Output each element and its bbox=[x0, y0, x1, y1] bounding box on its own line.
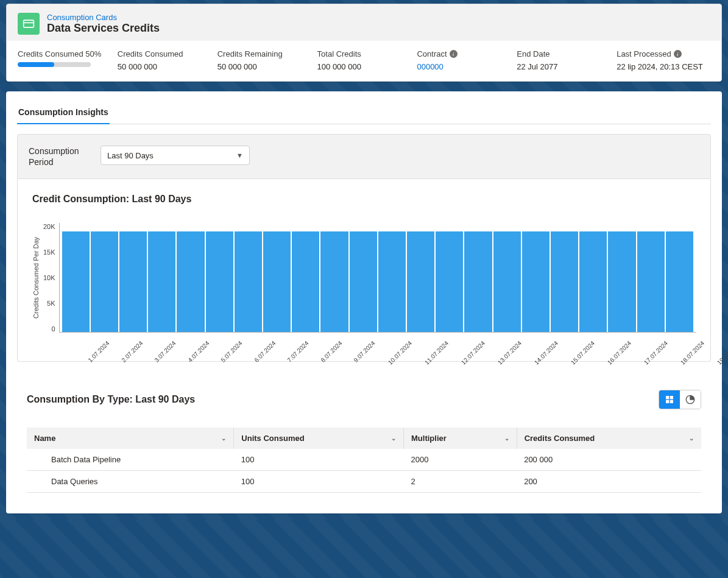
table-cell: Batch Data Pipeline bbox=[27, 449, 234, 471]
chart-bar[interactable] bbox=[407, 231, 434, 333]
metric-label: Last Processed i bbox=[617, 49, 710, 58]
page-title: Data Services Credits bbox=[47, 22, 160, 35]
chart-bar[interactable] bbox=[263, 231, 291, 333]
tabs: Consumption Insights bbox=[17, 102, 711, 124]
column-header[interactable]: Units Consumed⌄ bbox=[234, 428, 404, 449]
chart-bar[interactable] bbox=[119, 231, 147, 333]
metric-label: Contract i bbox=[417, 49, 511, 58]
metric-value: 22 Jul 2077 bbox=[517, 62, 610, 71]
contract-link[interactable]: 000000 bbox=[417, 62, 511, 71]
svg-rect-4 bbox=[666, 400, 669, 403]
metric-label: Credits Consumed 50% bbox=[18, 49, 111, 58]
table-cell: 2 bbox=[404, 471, 517, 493]
chart-bar[interactable] bbox=[551, 231, 578, 333]
svg-rect-3 bbox=[670, 396, 673, 399]
table-cell: 100 bbox=[234, 449, 404, 471]
table-icon bbox=[665, 395, 674, 404]
tab-consumption-insights[interactable]: Consumption Insights bbox=[17, 102, 110, 124]
main-card: Consumption Insights Consumption Period … bbox=[6, 91, 722, 513]
table-cell: Data Queries bbox=[27, 471, 234, 493]
chart-xticks: 1.07.20242.07.20243.07.20244.07.20245.07… bbox=[75, 333, 696, 343]
chart-bar[interactable] bbox=[579, 231, 607, 333]
card-icon bbox=[18, 13, 40, 35]
metric-value: 50 000 000 bbox=[217, 62, 311, 71]
progress-bar bbox=[18, 62, 91, 67]
breadcrumb-link[interactable]: Consumption Cards bbox=[47, 13, 160, 22]
table-cell: 100 bbox=[234, 471, 404, 493]
chart-bar[interactable] bbox=[148, 231, 175, 333]
table-row[interactable]: Batch Data Pipeline1002000200 000 bbox=[27, 449, 701, 471]
sort-icon: ⌄ bbox=[221, 435, 226, 442]
chart-yticks: 20K15K10K5K0 bbox=[40, 223, 59, 333]
chart-bar[interactable] bbox=[608, 231, 635, 333]
sort-icon: ⌄ bbox=[504, 435, 509, 442]
chart-bar[interactable] bbox=[235, 231, 262, 333]
chart-bar[interactable] bbox=[350, 231, 377, 333]
period-select[interactable]: Last 90 Days ▼ bbox=[101, 146, 250, 165]
svg-rect-0 bbox=[24, 20, 34, 27]
sort-icon: ⌄ bbox=[391, 435, 396, 442]
metric-label: Credits Consumed bbox=[118, 49, 211, 58]
chart-bar[interactable] bbox=[292, 231, 319, 333]
column-header[interactable]: Credits Consumed⌄ bbox=[517, 428, 701, 449]
section-title: Consumption By Type: Last 90 Days bbox=[27, 394, 195, 405]
chart-plot bbox=[59, 223, 696, 333]
table-cell: 200 000 bbox=[517, 449, 701, 471]
chart-bar[interactable] bbox=[464, 231, 492, 333]
chart-bar[interactable] bbox=[493, 231, 521, 333]
column-header[interactable]: Multiplier⌄ bbox=[404, 428, 517, 449]
chart-ylabel: Credits Consumed Per Day bbox=[32, 237, 40, 319]
metric-contract: Contract i 000000 bbox=[417, 49, 511, 71]
bytype-table: Name⌄Units Consumed⌄Multiplier⌄Credits C… bbox=[27, 428, 701, 493]
metric-label: Credits Remaining bbox=[217, 49, 311, 58]
select-value: Last 90 Days bbox=[107, 151, 154, 160]
chart-bar[interactable] bbox=[177, 231, 204, 333]
chart-bar[interactable] bbox=[378, 231, 406, 333]
metric-consumed-pct: Credits Consumed 50% bbox=[18, 49, 111, 71]
chart-title: Credit Consumption: Last 90 Days bbox=[32, 194, 696, 205]
chart-view-button[interactable] bbox=[680, 390, 701, 409]
chevron-down-icon: ▼ bbox=[236, 152, 243, 159]
chart-bar[interactable] bbox=[320, 231, 348, 333]
metric-remaining: Credits Remaining 50 000 000 bbox=[217, 49, 311, 71]
chart-bar[interactable] bbox=[666, 231, 693, 333]
chart-bar[interactable] bbox=[91, 231, 118, 333]
metric-consumed: Credits Consumed 50 000 000 bbox=[118, 49, 211, 71]
filter-label: Consumption Period bbox=[29, 146, 90, 167]
table-row[interactable]: Data Queries1002200 bbox=[27, 471, 701, 493]
metric-label: Total Credits bbox=[317, 49, 411, 58]
chart-panel: Credit Consumption: Last 90 Days Credits… bbox=[17, 179, 711, 362]
metric-label: End Date bbox=[517, 49, 610, 58]
svg-rect-2 bbox=[666, 396, 669, 399]
chart-bar[interactable] bbox=[206, 231, 233, 333]
table-cell: 200 bbox=[517, 471, 701, 493]
header-card: Consumption Cards Data Services Credits … bbox=[6, 4, 722, 82]
chart-bar[interactable] bbox=[522, 231, 550, 333]
metric-end-date: End Date 22 Jul 2077 bbox=[517, 49, 610, 71]
table-cell: 2000 bbox=[404, 449, 517, 471]
chart-bar[interactable] bbox=[436, 231, 463, 333]
sort-icon: ⌄ bbox=[689, 435, 694, 442]
table-view-button[interactable] bbox=[659, 390, 680, 409]
info-icon[interactable]: i bbox=[674, 50, 682, 58]
metric-value: 100 000 000 bbox=[317, 62, 411, 71]
metric-value: 22 lip 2024, 20:13 CEST bbox=[617, 62, 710, 71]
chart-bar[interactable] bbox=[62, 231, 90, 333]
svg-rect-5 bbox=[670, 400, 673, 403]
metric-last-processed: Last Processed i 22 lip 2024, 20:13 CEST bbox=[617, 49, 710, 71]
bytype-section: Consumption By Type: Last 90 Days Name⌄U… bbox=[17, 380, 711, 502]
view-toggle bbox=[659, 390, 701, 409]
metric-total: Total Credits 100 000 000 bbox=[317, 49, 411, 71]
info-icon[interactable]: i bbox=[450, 50, 458, 58]
filter-bar: Consumption Period Last 90 Days ▼ bbox=[17, 134, 711, 179]
chart-bar[interactable] bbox=[637, 231, 665, 333]
metric-value: 50 000 000 bbox=[118, 62, 211, 71]
pie-icon bbox=[685, 395, 695, 404]
column-header[interactable]: Name⌄ bbox=[27, 428, 234, 449]
